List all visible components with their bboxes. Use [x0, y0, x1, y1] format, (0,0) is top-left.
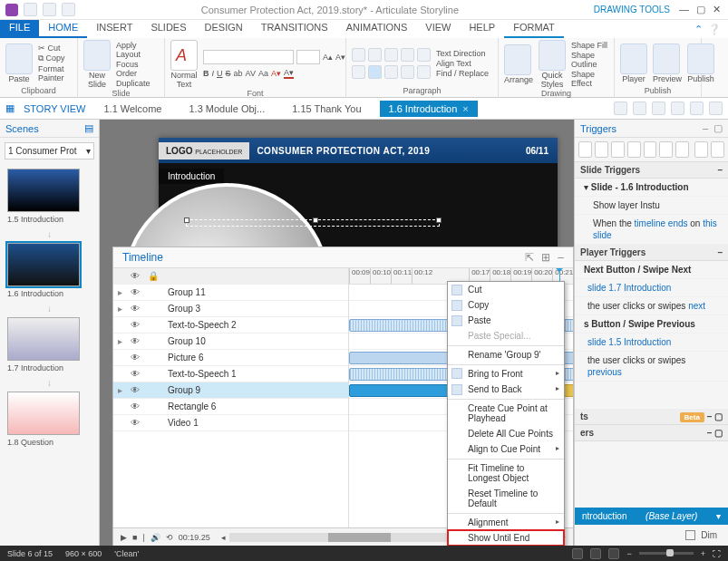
eye-header-icon[interactable]: 👁 [126, 271, 144, 281]
slide-tab-1[interactable]: 1.1 Welcome [94, 101, 170, 117]
slide-tab-active[interactable]: 1.6 Introduction× [380, 101, 478, 117]
eye-icon[interactable]: 👁 [126, 353, 144, 363]
timeline-hscroll[interactable] [229, 533, 478, 542]
trigger-show-layer[interactable]: Show layer Instu [575, 197, 728, 215]
status-view2-icon[interactable] [590, 548, 601, 559]
tab-insert[interactable]: INSERT [87, 20, 141, 38]
font-color-button[interactable]: A▾ [284, 68, 294, 79]
status-view3-icon[interactable] [608, 548, 619, 559]
timeline-row[interactable]: 👁Rectangle 6 [113, 399, 348, 415]
tab-transitions[interactable]: TRANSITIONS [252, 20, 337, 38]
trigger-when-next[interactable]: the user clicks or swipes next [575, 297, 728, 315]
canvas-area[interactable]: LOGO PLACEHOLDER CONSUMER PROTECTION ACT… [100, 120, 574, 546]
timeline-row[interactable]: 👁Text-to-Speech 2 [113, 317, 348, 334]
change-case-button[interactable]: Aa [258, 69, 268, 78]
publish-icon[interactable] [687, 44, 714, 74]
char-spacing-button[interactable]: AV [246, 69, 256, 78]
tab-view[interactable]: VIEW [416, 20, 460, 38]
increase-font-icon[interactable]: A▴ [323, 53, 333, 62]
numbering-button[interactable] [368, 48, 382, 62]
normal-text-icon[interactable]: A [170, 40, 198, 71]
text-direction-button[interactable]: Text Direction [436, 49, 489, 58]
slide-thumb-4[interactable] [7, 392, 80, 435]
font-family-select[interactable] [203, 50, 294, 64]
view-mode-1-icon[interactable] [614, 102, 627, 115]
selected-shape-handles[interactable] [186, 219, 440, 227]
columns-button[interactable] [417, 65, 431, 79]
view-mode-5-icon[interactable] [690, 102, 704, 115]
trigger-when-timeline[interactable]: When the timeline ends on this slide [575, 215, 728, 245]
add-trigger-button[interactable] [578, 141, 592, 158]
status-view1-icon[interactable] [572, 548, 583, 559]
story-view-link[interactable]: STORY VIEW [24, 103, 85, 114]
trigger-when-prev[interactable]: the user clicks or swipes previous [575, 352, 728, 382]
quick-styles-icon[interactable] [539, 40, 566, 71]
shape-effect-button[interactable]: Shape Effect [571, 70, 608, 88]
variables-button[interactable] [694, 141, 708, 158]
minimize-icon[interactable]: — [679, 4, 689, 15]
arrange-button[interactable]: Arrange [504, 75, 533, 84]
eye-icon[interactable]: 👁 [126, 304, 144, 314]
tab-file[interactable]: FILE [0, 20, 39, 38]
shape-outline-button[interactable]: Shape Outline [571, 51, 608, 69]
timeline-row[interactable]: 👁Video 1 [113, 415, 348, 431]
trigger-next-header[interactable]: Next Button / Swipe Next [575, 261, 728, 279]
tab-format[interactable]: FORMAT [504, 20, 564, 38]
quick-styles-button[interactable]: Quick Styles [539, 71, 566, 89]
trigger-prev-header[interactable]: s Button / Swipe Previous [575, 315, 728, 334]
focus-order-button[interactable]: Focus Order [116, 60, 159, 78]
tab-home[interactable]: HOME [39, 20, 87, 38]
close-icon[interactable]: ✕ [713, 4, 721, 15]
eye-icon[interactable]: 👁 [126, 336, 144, 346]
status-zoom-in[interactable]: + [701, 549, 705, 558]
paste-icon[interactable] [5, 44, 33, 74]
edit-trigger-button[interactable] [595, 141, 608, 158]
volume-icon[interactable]: 🔊 [150, 533, 160, 542]
slide-thumb-2[interactable] [7, 243, 80, 286]
slide-thumb-1[interactable] [7, 169, 80, 212]
new-slide-button[interactable]: New Slide [83, 71, 111, 89]
eye-icon[interactable]: 👁 [126, 369, 144, 379]
dim-checkbox[interactable] [685, 530, 695, 540]
align-left-button[interactable] [352, 65, 365, 79]
copy-button[interactable]: ⧉ Copy [38, 53, 72, 63]
context-menu-item[interactable]: Alignment [448, 513, 564, 530]
scenes-menu-icon[interactable]: ▤ [84, 122, 93, 134]
timeline-close-icon[interactable]: – [558, 251, 564, 264]
context-menu-item[interactable]: Align to Cue Point [448, 441, 564, 457]
context-menu-item[interactable]: Bring to Front [448, 364, 564, 382]
bold-button[interactable]: B [203, 69, 209, 78]
paste-trigger-button[interactable] [627, 141, 641, 158]
loop-icon[interactable]: ⟲ [166, 533, 173, 542]
player-icon[interactable] [620, 44, 647, 74]
find-replace-button[interactable]: Find / Replace [436, 69, 489, 78]
scene-dropdown[interactable]: 1 Consumer Prot▾ [5, 142, 94, 160]
normal-text-button[interactable]: Normal Text [170, 71, 198, 89]
font-size-select[interactable] [296, 50, 320, 64]
trigger-slide-item[interactable]: ▾ Slide - 1.6 Introduction [575, 179, 728, 197]
highlight-button[interactable]: A▾ [271, 69, 281, 78]
triggers-close-icon[interactable]: ▢ [713, 122, 723, 134]
align-text-button[interactable]: Align Text [436, 59, 489, 68]
bullets-button[interactable] [352, 48, 365, 62]
close-tab-icon[interactable]: × [462, 103, 468, 114]
timeline-row[interactable]: ▸👁Group 11 [113, 285, 348, 301]
view-mode-6-icon[interactable] [709, 102, 723, 115]
status-zoom-slider[interactable] [639, 552, 694, 555]
scroll-left-button[interactable]: ◂ [221, 533, 226, 542]
save-icon[interactable] [24, 3, 37, 16]
eye-icon[interactable]: 👁 [126, 320, 144, 330]
context-menu-item[interactable]: Delete All Cue Points [448, 426, 564, 441]
context-menu-item[interactable]: Reset Timeline to Default [448, 486, 564, 511]
trigger-jump-next[interactable]: slide 1.7 Introduction [575, 279, 728, 297]
status-fit-icon[interactable]: ⛶ [713, 549, 721, 558]
context-menu-item[interactable]: Create Cue Point at Playhead [448, 399, 564, 426]
slide-tab-3[interactable]: 1.15 Thank You [283, 101, 370, 117]
slide-tab-2[interactable]: 1.3 Module Obj... [180, 101, 274, 117]
redo-icon[interactable] [62, 3, 75, 16]
timeline-row[interactable]: 👁Picture 6 [113, 350, 348, 366]
align-right-button[interactable] [384, 65, 398, 79]
play-button[interactable]: ▶ [121, 533, 127, 542]
collapse-ribbon-icon[interactable]: ⌃ [694, 24, 703, 35]
cut-button[interactable]: ✂ Cut [38, 44, 72, 53]
